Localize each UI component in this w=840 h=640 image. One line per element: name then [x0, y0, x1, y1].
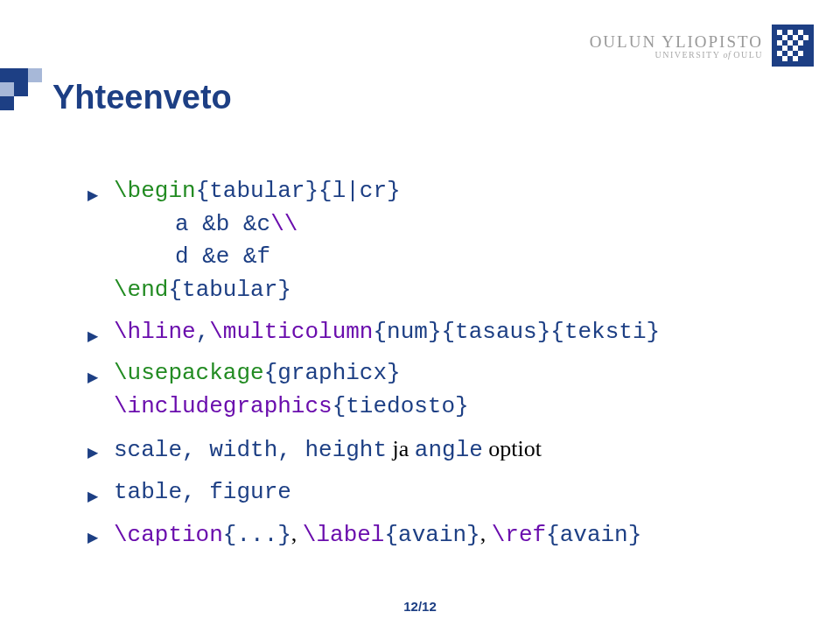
code-line: a &b &c\\	[175, 208, 788, 242]
code-segment: angle	[415, 437, 483, 463]
svg-rect-17	[0, 68, 14, 82]
svg-rect-20	[0, 82, 14, 96]
bullet-body: \caption{...}, \label{avain}, \ref{avain…	[114, 517, 788, 552]
code-segment: ,	[480, 521, 492, 546]
corner-decoration-icon	[0, 68, 44, 112]
bullet-item: ▶\caption{...}, \label{avain}, \ref{avai…	[88, 517, 788, 552]
bullet-marker-icon: ▶	[88, 367, 98, 388]
code-segment: \usepackage	[114, 360, 264, 386]
bullet-marker-icon: ▶	[88, 527, 98, 548]
code-segment: {tiedosto}	[332, 393, 469, 419]
svg-rect-5	[793, 35, 798, 40]
bullet-marker-icon: ▶	[88, 442, 98, 463]
bullet-body: table, figure	[114, 476, 788, 510]
svg-rect-18	[14, 68, 28, 82]
svg-rect-1	[777, 30, 782, 35]
svg-rect-10	[782, 46, 788, 51]
svg-rect-12	[777, 51, 782, 56]
code-line: scale, width, height ja angle optiot	[114, 433, 788, 468]
bullet-item: ▶\hline,\multicolumn{num}{tasaus}{teksti…	[88, 316, 788, 349]
svg-rect-8	[788, 40, 793, 46]
code-line: \includegraphics{tiedosto}	[114, 390, 788, 424]
bullet-body: \hline,\multicolumn{num}{tasaus}{teksti}	[114, 316, 788, 349]
code-segment: \hline	[114, 319, 196, 345]
svg-rect-2	[788, 30, 793, 35]
code-segment: \includegraphics	[114, 393, 332, 419]
code-segment: ,	[291, 521, 303, 546]
svg-rect-14	[798, 51, 803, 56]
code-segment: optiot	[483, 436, 542, 461]
code-line: \begin{tabular}{l|cr}	[114, 175, 788, 208]
code-segment: \\	[270, 211, 298, 237]
code-segment: ja	[387, 436, 415, 461]
code-segment: \ref	[492, 522, 546, 548]
university-logo: OULUN YLIOPISTO UNIVERSITY of OULU	[590, 25, 814, 67]
svg-rect-21	[14, 82, 28, 96]
svg-rect-13	[788, 51, 793, 56]
code-line: \hline,\multicolumn{num}{tasaus}{teksti}	[114, 316, 788, 349]
code-segment: {num}{tasaus}{teksti}	[373, 319, 660, 345]
slide-content: ▶\begin{tabular}{l|cr}a &b &c\\d &e &f\e…	[88, 175, 788, 561]
code-line: table, figure	[114, 476, 788, 510]
logo-text: OULUN YLIOPISTO UNIVERSITY of OULU	[590, 32, 763, 60]
svg-rect-16	[793, 56, 798, 61]
code-segment: \label	[303, 522, 385, 548]
code-line: \end{tabular}	[114, 274, 788, 307]
code-line: \caption{...}, \label{avain}, \ref{avain…	[114, 517, 788, 552]
svg-rect-15	[782, 56, 788, 61]
slide-title: Yhteenveto	[52, 79, 232, 116]
bullet-marker-icon: ▶	[88, 185, 98, 206]
bullet-body: \begin{tabular}{l|cr}a &b &c\\d &e &f\en…	[114, 175, 788, 307]
code-segment: {graphicx}	[264, 360, 401, 386]
code-segment: d &e &f	[175, 243, 270, 270]
svg-rect-11	[793, 46, 798, 51]
code-segment: {tabular}{l|cr}	[196, 178, 401, 204]
code-segment: {...}	[223, 522, 291, 548]
svg-rect-4	[782, 35, 788, 40]
svg-rect-19	[28, 68, 42, 82]
code-segment: \begin	[114, 178, 196, 204]
code-segment: {avain}	[546, 522, 641, 548]
svg-rect-22	[0, 96, 14, 110]
bullet-item: ▶\begin{tabular}{l|cr}a &b &c\\d &e &f\e…	[88, 175, 788, 307]
code-segment: {avain}	[384, 522, 480, 548]
svg-rect-6	[803, 35, 808, 40]
code-line: \usepackage{graphicx}	[114, 357, 788, 390]
code-segment: a &b &c	[175, 211, 270, 237]
page-number: 12/12	[0, 599, 840, 614]
code-segment: ,	[196, 319, 210, 345]
bullet-item: ▶table, figure	[88, 476, 788, 510]
code-segment: \multicolumn	[209, 319, 373, 345]
university-glyph-icon	[772, 25, 814, 67]
code-segment: table, figure	[114, 479, 291, 505]
code-segment: scale, width, height	[114, 437, 387, 463]
code-segment: {tabular}	[168, 277, 290, 303]
svg-rect-3	[798, 30, 803, 35]
code-segment: \caption	[114, 522, 223, 548]
bullet-marker-icon: ▶	[88, 486, 98, 507]
svg-rect-9	[798, 40, 803, 46]
svg-rect-7	[777, 40, 782, 46]
logo-main-text: OULUN YLIOPISTO	[590, 32, 763, 52]
code-line: d &e &f	[175, 241, 788, 274]
code-segment: \end	[114, 277, 168, 303]
bullet-marker-icon: ▶	[88, 326, 98, 347]
bullet-body: scale, width, height ja angle optiot	[114, 433, 788, 468]
bullet-item: ▶\usepackage{graphicx}\includegraphics{t…	[88, 357, 788, 423]
bullet-item: ▶scale, width, height ja angle optiot	[88, 433, 788, 468]
bullet-body: \usepackage{graphicx}\includegraphics{ti…	[114, 357, 788, 423]
